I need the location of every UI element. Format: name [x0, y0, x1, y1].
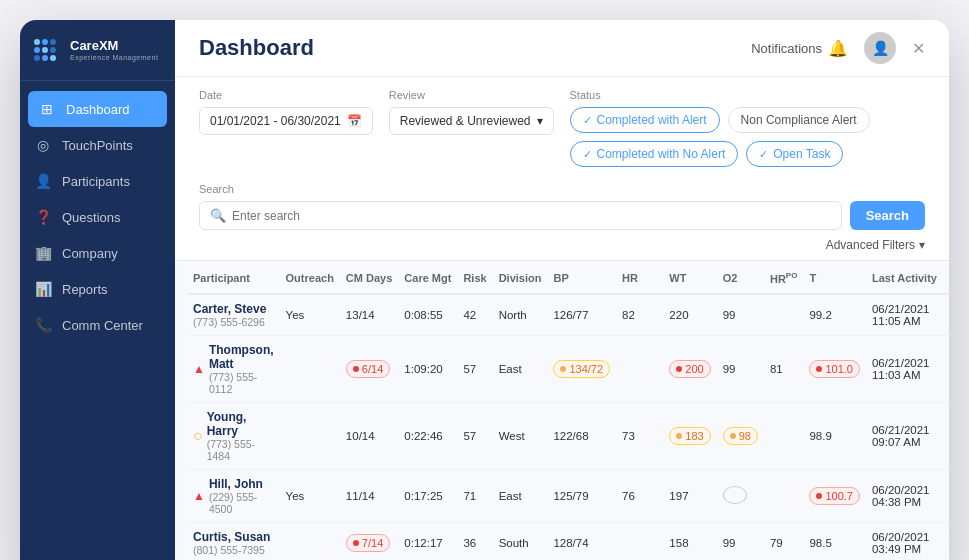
expand-cell[interactable]: ▾	[943, 335, 949, 402]
status-label: Status	[570, 89, 870, 101]
search-input-wrap[interactable]: 🔍	[199, 201, 842, 230]
wt-cell: 158	[663, 522, 716, 560]
sidebar-logo: CareXM Experience Management	[20, 20, 175, 81]
risk-cell: 42	[457, 294, 492, 336]
status-filter-group: Status ✓ Completed with Alert Non Compli…	[570, 89, 870, 167]
sidebar-item-reports[interactable]: 📊 Reports	[20, 271, 175, 307]
date-input[interactable]: 01/01/2021 - 06/30/2021 📅	[199, 107, 373, 135]
last-activity-cell: 06/20/202103:49 PM	[866, 522, 943, 560]
open-task-label: Open Task	[773, 147, 830, 161]
outreach-cell	[280, 335, 340, 402]
bp-cell: 125/79	[547, 469, 616, 522]
search-row: 🔍 Search	[199, 201, 925, 230]
advanced-filters-button[interactable]: Advanced Filters ▾	[199, 238, 925, 252]
company-icon: 🏢	[34, 245, 52, 261]
col-outreach: Outreach	[280, 261, 340, 294]
logo-name: CareXM	[70, 39, 158, 53]
table-row: Curtis, Susan (801) 555-7395 7/14 0:12:1…	[187, 522, 949, 560]
hr-po-cell: 81	[764, 335, 803, 402]
risk-cell: 57	[457, 335, 492, 402]
t-cell: 101.0	[803, 335, 866, 402]
completed-no-alert-label: Completed with No Alert	[597, 147, 726, 161]
last-activity-cell: 06/20/202104:38 PM	[866, 469, 943, 522]
t-cell: 98.9	[803, 402, 866, 469]
bp-cell: 122/68	[547, 402, 616, 469]
risk-cell: 36	[457, 522, 492, 560]
hr-cell: 73	[616, 402, 663, 469]
status-pill-non-compliance[interactable]: Non Compliance Alert	[728, 107, 870, 133]
hr-cell: 82	[616, 294, 663, 336]
sidebar-item-participants-label: Participants	[62, 174, 130, 189]
advanced-filters-label: Advanced Filters	[826, 238, 915, 252]
notifications-button[interactable]: Notifications 🔔	[751, 39, 848, 58]
t-cell: 100.7	[803, 469, 866, 522]
expand-cell[interactable]: ▾	[943, 294, 949, 336]
sidebar-item-touchpoints-label: TouchPoints	[62, 138, 133, 153]
alert-triangle-icon: ▲	[193, 489, 205, 503]
sidebar-item-dashboard-label: Dashboard	[66, 102, 130, 117]
non-compliance-label: Non Compliance Alert	[741, 113, 857, 127]
hr-cell	[616, 335, 663, 402]
col-hr-po: HRPO	[764, 261, 803, 294]
expand-cell[interactable]: ▾	[943, 402, 949, 469]
outreach-cell	[280, 402, 340, 469]
chevron-down-icon-adv: ▾	[919, 238, 925, 252]
sidebar-item-participants[interactable]: 👤 Participants	[20, 163, 175, 199]
col-hr: HR	[616, 261, 663, 294]
wt-cell: 220	[663, 294, 716, 336]
bp-cell: 128/74	[547, 522, 616, 560]
app-container: CareXM Experience Management ⊞ Dashboard…	[20, 20, 949, 560]
sidebar-item-touchpoints[interactable]: ◎ TouchPoints	[20, 127, 175, 163]
status-pill-open-task[interactable]: ✓ Open Task	[746, 141, 843, 167]
sidebar-item-comm-center[interactable]: 📞 Comm Center	[20, 307, 175, 343]
status-pills-top: ✓ Completed with Alert Non Compliance Al…	[570, 107, 870, 133]
search-input[interactable]	[232, 209, 831, 223]
participant-cell: Curtis, Susan (801) 555-7395	[187, 522, 280, 560]
table-container: Participant Outreach CM Days Care Mgt Ri…	[175, 261, 949, 560]
participant-cell: ▲ Hill, John (229) 555-4500	[187, 469, 280, 522]
care-mgt-cell: 1:09:20	[398, 335, 457, 402]
sidebar-nav: ⊞ Dashboard ◎ TouchPoints 👤 Participants…	[20, 81, 175, 560]
alert-circle-icon: ○	[193, 427, 203, 445]
expand-cell[interactable]: ▾	[943, 469, 949, 522]
comm-center-icon: 📞	[34, 317, 52, 333]
chevron-down-icon: ▾	[537, 114, 543, 128]
hr-po-cell	[764, 402, 803, 469]
table-row: ○ Young, Harry (773) 555-1484 10/14 0:22…	[187, 402, 949, 469]
t-cell: 98.5	[803, 522, 866, 560]
sidebar-item-comm-center-label: Comm Center	[62, 318, 143, 333]
check-icon-2: ✓	[583, 148, 592, 161]
expand-cell[interactable]: ▾	[943, 522, 949, 560]
search-button[interactable]: Search	[850, 201, 925, 230]
check-icon: ✓	[583, 114, 592, 127]
division-cell: South	[493, 522, 548, 560]
sidebar: CareXM Experience Management ⊞ Dashboard…	[20, 20, 175, 560]
sidebar-item-company[interactable]: 🏢 Company	[20, 235, 175, 271]
date-filter-group: Date 01/01/2021 - 06/30/2021 📅	[199, 89, 373, 135]
status-pill-completed-alert[interactable]: ✓ Completed with Alert	[570, 107, 720, 133]
sidebar-item-dashboard[interactable]: ⊞ Dashboard	[28, 91, 167, 127]
col-last-activity: Last Activity	[866, 261, 943, 294]
hr-cell: 76	[616, 469, 663, 522]
care-mgt-cell: 0:22:46	[398, 402, 457, 469]
outreach-cell: Yes	[280, 294, 340, 336]
bp-cell: 134/72	[547, 335, 616, 402]
sidebar-item-questions[interactable]: ❓ Questions	[20, 199, 175, 235]
search-icon: 🔍	[210, 208, 226, 223]
division-cell: North	[493, 294, 548, 336]
col-participant: Participant	[187, 261, 280, 294]
wt-cell: 200	[663, 335, 716, 402]
bp-cell: 126/77	[547, 294, 616, 336]
topbar-right: Notifications 🔔 👤 ✕	[751, 32, 925, 64]
user-avatar[interactable]: 👤	[864, 32, 896, 64]
t-cell: 99.2	[803, 294, 866, 336]
care-mgt-cell: 0:17:25	[398, 469, 457, 522]
questions-icon: ❓	[34, 209, 52, 225]
status-pill-completed-no-alert[interactable]: ✓ Completed with No Alert	[570, 141, 739, 167]
o2-cell	[717, 469, 764, 522]
data-table: Participant Outreach CM Days Care Mgt Ri…	[187, 261, 949, 560]
o2-cell: 99	[717, 335, 764, 402]
review-select[interactable]: Reviewed & Unreviewed ▾	[389, 107, 554, 135]
close-icon[interactable]: ✕	[912, 39, 925, 58]
review-filter-group: Review Reviewed & Unreviewed ▾	[389, 89, 554, 135]
